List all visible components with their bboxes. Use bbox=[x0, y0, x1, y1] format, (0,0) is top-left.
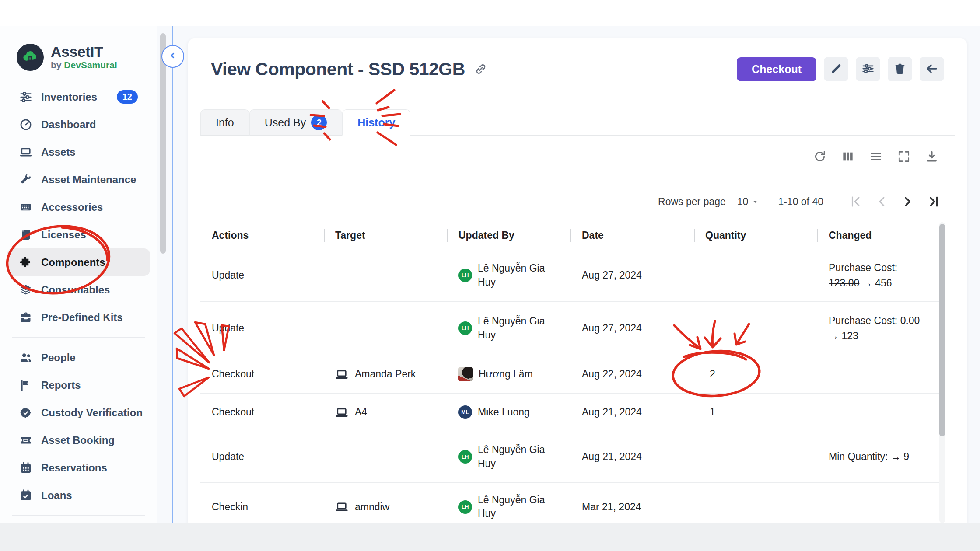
cell-changed: Purchase Cost: 0.00 → 123 bbox=[817, 305, 941, 351]
settings-button[interactable] bbox=[856, 57, 880, 81]
sidebar-item-label: Reservations bbox=[41, 462, 107, 474]
bottom-band bbox=[0, 523, 980, 551]
user-name: Mike Luong bbox=[478, 405, 553, 419]
table-body: Update LH Lê Nguyễn Gia Huy Aug 27, 2024… bbox=[200, 249, 941, 523]
download-icon[interactable] bbox=[925, 150, 939, 164]
cell-updated-by: LH Lê Nguyễn Gia Huy bbox=[447, 431, 570, 482]
table-toolbar bbox=[813, 150, 939, 164]
cell-updated-by: Hương Lâm bbox=[447, 355, 570, 393]
user-name: Hương Lâm bbox=[479, 367, 554, 381]
header-actions: Checkout bbox=[737, 57, 944, 81]
avatar: LH bbox=[458, 321, 472, 335]
refresh-icon[interactable] bbox=[813, 150, 827, 164]
cell-changed bbox=[817, 366, 941, 382]
cell-target bbox=[324, 249, 447, 301]
arrow-left-icon bbox=[925, 62, 938, 77]
cell-action: Checkout bbox=[200, 355, 324, 393]
ticket-icon bbox=[19, 434, 32, 447]
pagination: Rows per page 10 1-10 of 40 bbox=[658, 192, 942, 211]
rows-per-page-select[interactable]: 10 bbox=[737, 196, 760, 208]
laptop-icon bbox=[335, 500, 348, 513]
inventories-count-badge: 12 bbox=[117, 90, 138, 104]
tab-used-by[interactable]: Used By2 bbox=[249, 109, 342, 136]
link-icon[interactable] bbox=[474, 62, 488, 76]
tab-bar: Info Used By2 History bbox=[200, 109, 955, 136]
sidebar-item-label: Inventories bbox=[41, 91, 97, 103]
fullscreen-icon[interactable] bbox=[897, 150, 911, 164]
sidebar-item-people[interactable]: People bbox=[7, 344, 150, 371]
card-header: View Component - SSD 512GB Checkout bbox=[211, 57, 944, 81]
sidebar-item-loans[interactable]: Loans bbox=[7, 481, 150, 509]
sidebar-item-label: Pre-Defined Kits bbox=[41, 311, 123, 324]
app-window: AssetIT by DevSamurai Inventories 12 Das… bbox=[0, 26, 980, 523]
sidebar-item-consumables[interactable]: Consumables bbox=[7, 276, 150, 303]
cell-updated-by: ML Mike Luong bbox=[447, 394, 570, 431]
sidebar-item-dashboard[interactable]: Dashboard bbox=[7, 111, 150, 138]
table-scrollbar-thumb[interactable] bbox=[939, 224, 945, 436]
sidebar-collapse-button[interactable] bbox=[161, 45, 184, 68]
table-row: Update LH Lê Nguyễn Gia Huy Aug 27, 2024… bbox=[200, 302, 941, 355]
columns-icon[interactable] bbox=[841, 150, 855, 164]
sidebar-item-licenses[interactable]: Licenses bbox=[7, 221, 150, 248]
divider bbox=[12, 515, 145, 516]
table-row: Update LH Lê Nguyễn Gia Huy Aug 27, 2024… bbox=[200, 249, 941, 302]
sliders-icon bbox=[19, 91, 32, 104]
sidebar-scrollbar[interactable] bbox=[160, 33, 166, 254]
trash-icon bbox=[893, 62, 906, 77]
cell-target bbox=[324, 302, 447, 355]
people-icon bbox=[19, 351, 32, 364]
badge-check-icon bbox=[19, 406, 32, 419]
laptop-icon bbox=[335, 406, 348, 419]
sidebar-item-label: Asset Maintenance bbox=[41, 174, 136, 186]
gauge-icon bbox=[19, 118, 32, 131]
sidebar-item-inventories[interactable]: Inventories 12 bbox=[7, 83, 150, 111]
column-header-quantity[interactable]: Quantity bbox=[694, 222, 817, 249]
flag-icon bbox=[19, 379, 32, 392]
column-header-actions[interactable]: Actions bbox=[200, 222, 324, 249]
sidebar-item-label: Components bbox=[41, 256, 105, 269]
table-row: Checkout Amanda Perk Hương Lâm Aug 22, 2… bbox=[200, 355, 941, 394]
sidebar-item-label: Reports bbox=[41, 379, 81, 391]
tab-history[interactable]: History bbox=[342, 109, 410, 136]
cell-target: Amanda Perk bbox=[324, 355, 447, 393]
next-page-icon[interactable] bbox=[900, 194, 915, 209]
previous-page-icon[interactable] bbox=[874, 194, 889, 209]
last-page-icon[interactable] bbox=[927, 194, 942, 209]
first-page-icon[interactable] bbox=[848, 194, 863, 209]
cell-changed: Purchase Cost: 123.00 → 456 bbox=[817, 252, 941, 298]
sidebar-item-components[interactable]: Components bbox=[7, 248, 150, 276]
sidebar-resize-handle[interactable] bbox=[172, 26, 173, 523]
tab-label: History bbox=[357, 116, 395, 129]
sidebar-item-asset-maintenance[interactable]: Asset Maintenance bbox=[7, 166, 150, 193]
column-header-date[interactable]: Date bbox=[570, 222, 694, 249]
sidebar-item-custody-verification[interactable]: Custody Verification bbox=[7, 399, 150, 426]
used-by-count-badge: 2 bbox=[311, 115, 327, 130]
chevron-left-icon bbox=[167, 50, 178, 63]
laptop-icon bbox=[19, 146, 32, 159]
sidebar-item-reservations[interactable]: Reservations bbox=[7, 454, 150, 481]
back-button[interactable] bbox=[920, 57, 944, 81]
sidebar-item-accessories[interactable]: Accessories bbox=[7, 193, 150, 221]
sidebar-item-assets[interactable]: Assets bbox=[7, 138, 150, 166]
column-header-changed[interactable]: Changed bbox=[817, 222, 941, 249]
sidebar-item-pre-defined-kits[interactable]: Pre-Defined Kits bbox=[7, 303, 150, 331]
cell-action: Checkout bbox=[200, 394, 324, 431]
sidebar-item-reports[interactable]: Reports bbox=[7, 371, 150, 399]
page-title: View Component - SSD 512GB bbox=[211, 59, 465, 80]
tab-info[interactable]: Info bbox=[200, 109, 249, 136]
cell-action: Update bbox=[200, 302, 324, 355]
table-scrollbar[interactable] bbox=[939, 222, 945, 523]
edit-button[interactable] bbox=[824, 57, 848, 81]
delete-button[interactable] bbox=[888, 57, 912, 81]
sidebar-item-label: Asset Booking bbox=[41, 434, 115, 446]
column-header-target[interactable]: Target bbox=[324, 222, 447, 249]
checkout-button[interactable]: Checkout bbox=[737, 57, 816, 81]
density-icon[interactable] bbox=[869, 150, 883, 164]
sidebar: AssetIT by DevSamurai Inventories 12 Das… bbox=[0, 26, 158, 523]
user-name: Lê Nguyễn Gia Huy bbox=[478, 262, 553, 289]
table-row: Checkout A4 ML Mike Luong Aug 21, 2024 1 bbox=[200, 394, 941, 431]
sidebar-item-asset-booking[interactable]: Asset Booking bbox=[7, 426, 150, 454]
cell-quantity bbox=[694, 249, 817, 301]
toolbox-icon bbox=[19, 311, 32, 324]
column-header-updated-by[interactable]: Updated By bbox=[447, 222, 570, 249]
